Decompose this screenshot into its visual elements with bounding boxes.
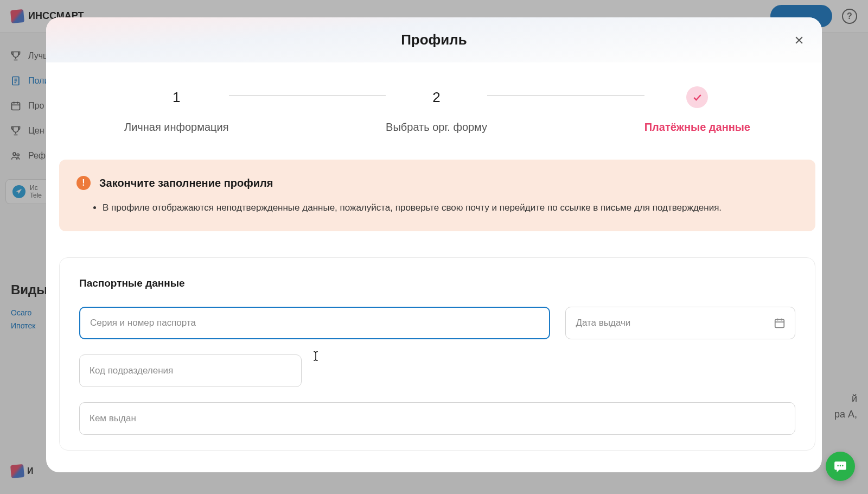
profile-modal: Профиль 1 Личная информация 2 Выбрать ор… (46, 17, 822, 472)
form-row-2 (79, 354, 795, 387)
passport-form-card: Паспортные данные (59, 257, 815, 451)
modal-body: 1 Личная информация 2 Выбрать орг. форму… (46, 62, 822, 472)
close-icon (794, 35, 805, 46)
form-row-1 (79, 307, 795, 339)
step-personal-info[interactable]: 1 Личная информация (124, 86, 229, 134)
warning-box: ! Закончите заполнение профиля В профиле… (59, 160, 815, 231)
issue-date-field (565, 307, 795, 339)
chat-icon (833, 459, 847, 473)
step-check-icon (686, 86, 708, 108)
form-row-3 (79, 402, 795, 435)
passport-number-input[interactable] (79, 307, 550, 339)
modal-title: Профиль (46, 31, 822, 48)
chat-button[interactable] (826, 452, 855, 481)
issued-by-input[interactable] (79, 402, 795, 435)
step-connector (487, 95, 644, 96)
form-section-title: Паспортные данные (79, 277, 795, 289)
svg-point-17 (840, 465, 841, 467)
step-label: Выбрать орг. форму (386, 121, 487, 134)
step-label: Личная информация (124, 121, 229, 134)
stepper: 1 Личная информация 2 Выбрать орг. форму… (59, 62, 815, 160)
issue-date-input[interactable] (565, 307, 795, 339)
svg-point-16 (837, 465, 839, 467)
step-number: 2 (426, 86, 448, 108)
step-org-form[interactable]: 2 Выбрать орг. форму (386, 86, 487, 134)
warning-header: ! Закончите заполнение профиля (76, 176, 798, 190)
svg-point-18 (842, 465, 844, 467)
modal-header: Профиль (46, 17, 822, 62)
modal-overlay: Профиль 1 Личная информация 2 Выбрать ор… (0, 0, 868, 494)
warning-icon: ! (76, 176, 91, 190)
calendar-icon[interactable] (774, 317, 786, 329)
issued-by-field (79, 402, 795, 435)
step-label: Платёжные данные (644, 121, 750, 134)
step-payment-data[interactable]: Платёжные данные (644, 86, 750, 134)
division-code-field (79, 354, 302, 387)
close-button[interactable] (792, 33, 807, 48)
division-code-input[interactable] (79, 354, 302, 387)
step-number: 1 (165, 86, 187, 108)
step-connector (229, 95, 386, 96)
svg-rect-12 (775, 319, 784, 327)
warning-item: В профиле отображаются неподтвержденные … (103, 201, 798, 215)
warning-title: Закончите заполнение профиля (99, 177, 273, 189)
warning-list: В профиле отображаются неподтвержденные … (76, 201, 798, 215)
passport-number-field (79, 307, 550, 339)
